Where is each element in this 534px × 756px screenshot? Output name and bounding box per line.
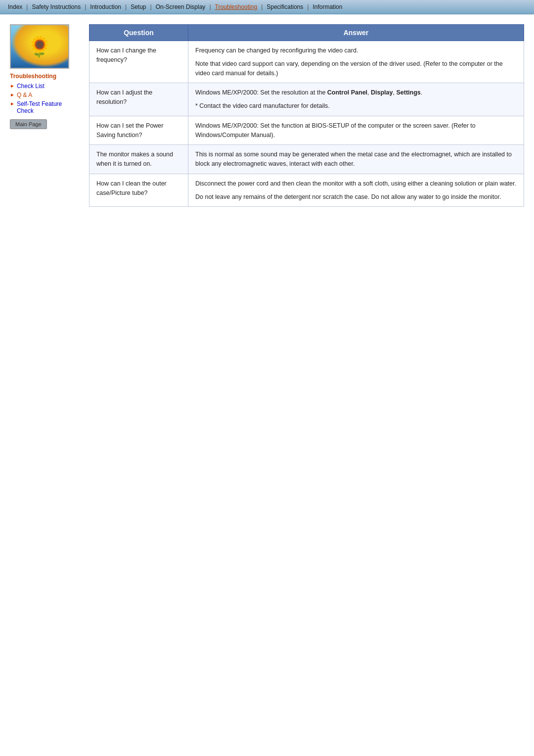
question-cell: How can I change the frequency? bbox=[89, 41, 188, 83]
answer-cell: Disconnect the power cord and then clean… bbox=[188, 174, 524, 207]
sidebar-links: ►Check List►Q & A►Self-Test Feature Chec… bbox=[10, 83, 79, 114]
sidebar-link-self-test-feature-check[interactable]: ►Self-Test Feature Check bbox=[10, 100, 79, 114]
arrow-icon: ► bbox=[10, 83, 15, 89]
table-row: How can I clean the outer case/Picture t… bbox=[89, 174, 524, 207]
sidebar: 🌻 Troubleshooting ►Check List►Q & A►Self… bbox=[10, 24, 79, 129]
main-page-button[interactable]: Main Page bbox=[10, 119, 47, 129]
sidebar-link-check-list[interactable]: ►Check List bbox=[10, 83, 79, 90]
table-row: How can I set the Power Saving function?… bbox=[89, 116, 524, 145]
col-answer-header: Answer bbox=[188, 25, 524, 41]
nav-item-specifications[interactable]: Specifications bbox=[264, 2, 306, 11]
nav-item-information[interactable]: Information bbox=[310, 2, 345, 11]
answer-text-line: Windows ME/XP/2000: Set the resolution a… bbox=[195, 88, 517, 97]
sidebar-link-label: Check List bbox=[17, 83, 44, 90]
logo-flower-icon: 🌻 bbox=[27, 35, 52, 58]
nav-separator: | bbox=[124, 3, 128, 10]
answer-text-line: This is normal as some sound may be gene… bbox=[195, 150, 517, 169]
answer-text-line: Do not leave any remains of the detergen… bbox=[195, 192, 517, 202]
answer-text-line: Windows ME/XP/2000: Set the function at … bbox=[195, 121, 517, 140]
question-cell: How can I set the Power Saving function? bbox=[89, 116, 188, 145]
nav-item-troubleshooting[interactable]: Troubleshooting bbox=[212, 2, 261, 11]
answer-cell: Windows ME/XP/2000: Set the function at … bbox=[188, 116, 524, 145]
answer-text-line: Frequency can be changed by reconfigurin… bbox=[195, 46, 517, 55]
nav-item-safety-instructions[interactable]: Safety Instructions bbox=[29, 2, 84, 11]
nav-separator: | bbox=[208, 3, 212, 10]
nav-item-index[interactable]: Index bbox=[5, 2, 25, 11]
nav-item-introduction[interactable]: Introduction bbox=[87, 2, 124, 11]
answer-text-line: Note that video card support can vary, d… bbox=[195, 59, 517, 78]
question-cell: The monitor makes a sound when it is tur… bbox=[89, 145, 188, 174]
answer-text-line: * Contact the video card manufacturer fo… bbox=[195, 101, 517, 111]
table-row: The monitor makes a sound when it is tur… bbox=[89, 145, 524, 174]
sidebar-link-q-a[interactable]: ►Q & A bbox=[10, 92, 79, 98]
main-layout: 🌻 Troubleshooting ►Check List►Q & A►Self… bbox=[0, 14, 534, 217]
nav-separator: | bbox=[260, 3, 264, 10]
sidebar-title: Troubleshooting bbox=[10, 73, 79, 80]
question-cell: How can I adjust the resolution? bbox=[89, 83, 188, 116]
nav-item-on-screen-display[interactable]: On-Screen Display bbox=[153, 2, 209, 11]
sidebar-link-label: Q & A bbox=[17, 92, 32, 98]
arrow-icon: ► bbox=[10, 92, 15, 97]
content-area: Question Answer How can I change the fre… bbox=[89, 24, 524, 207]
answer-cell: Frequency can be changed by reconfigurin… bbox=[188, 41, 524, 83]
question-cell: How can I clean the outer case/Picture t… bbox=[89, 174, 188, 207]
table-row: How can I change the frequency?Frequency… bbox=[89, 41, 524, 83]
qa-table: Question Answer How can I change the fre… bbox=[89, 24, 524, 207]
arrow-icon: ► bbox=[10, 101, 15, 106]
col-question-header: Question bbox=[89, 25, 188, 41]
answer-cell: Windows ME/XP/2000: Set the resolution a… bbox=[188, 83, 524, 116]
qa-tbody: How can I change the frequency?Frequency… bbox=[89, 41, 524, 207]
sidebar-logo: 🌻 bbox=[10, 24, 69, 69]
nav-separator: | bbox=[84, 3, 87, 10]
table-row: How can I adjust the resolution?Windows … bbox=[89, 83, 524, 116]
answer-cell: This is normal as some sound may be gene… bbox=[188, 145, 524, 174]
answer-text-line: Disconnect the power cord and then clean… bbox=[195, 179, 517, 189]
nav-separator: | bbox=[306, 3, 310, 10]
nav-separator: | bbox=[149, 3, 153, 10]
nav-bar: Index | Safety Instructions | Introducti… bbox=[0, 0, 534, 14]
nav-item-setup[interactable]: Setup bbox=[128, 2, 149, 11]
nav-separator: | bbox=[25, 3, 29, 10]
sidebar-link-label: Self-Test Feature Check bbox=[17, 100, 79, 114]
